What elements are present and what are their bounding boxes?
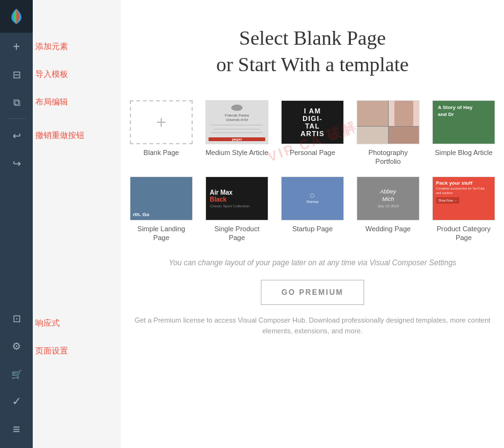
template-thumb-wedding: AbbeyMic​h July 15 2018 <box>357 176 420 221</box>
template-thumb-startup: ⬡Startup <box>281 176 344 221</box>
template-label-category: Product Category Page <box>432 224 495 243</box>
template-personal[interactable]: I AMDIGI-TALARTIS Personal Page <box>281 100 344 166</box>
label-menu-empty <box>33 420 121 448</box>
label-redo-empty <box>33 149 121 177</box>
template-label-medium: Medium Style Article <box>205 148 268 157</box>
template-medium[interactable]: Friends FiestaUniversity of Art pepsi Me… <box>205 100 268 166</box>
app-logo <box>0 0 33 33</box>
store-button[interactable] <box>0 360 33 388</box>
template-label-blog: Simple Blog Article <box>435 148 493 157</box>
template-thumb-personal: I AMDIGI-TALARTIS <box>281 100 344 144</box>
template-thumb-blank: + <box>130 100 193 144</box>
label-undo-redo: 撤销重做按钮 <box>33 122 121 149</box>
template-wedding[interactable]: AbbeyMic​h July 15 2018 Wedding Page <box>357 176 420 243</box>
label-responsive: 响应式 <box>33 309 121 337</box>
redo-button[interactable] <box>0 149 33 177</box>
template-thumb-blog: A Story of Hayand Dr <box>432 100 495 144</box>
label-divider-spacer <box>33 116 121 122</box>
template-landing[interactable]: rth. Go Simple Landing Page <box>130 176 193 243</box>
template-thumb-photography <box>357 100 420 144</box>
add-element-button[interactable] <box>0 33 33 60</box>
label-check-empty <box>33 393 121 420</box>
label-store-empty <box>33 365 121 393</box>
go-premium-button[interactable]: GO PREMIUM <box>261 280 365 305</box>
sidebar <box>0 0 33 448</box>
template-photography[interactable]: Photography Portfolio <box>357 100 420 166</box>
template-label-personal: Personal Page <box>290 148 335 157</box>
template-thumb-landing: rth. Go <box>130 176 193 221</box>
store-icon <box>11 367 22 381</box>
undo-button[interactable] <box>0 122 33 149</box>
label-layout-editor: 布局编辑 <box>33 88 121 116</box>
responsive-icon <box>13 312 21 325</box>
menu-icon <box>13 422 20 437</box>
template-label-landing: Simple Landing Page <box>130 224 193 243</box>
sidebar-labels: 添加元素 导入模板 布局编辑 撤销重做按钮 响应式 页面设置 <box>33 0 121 448</box>
template-category[interactable]: Pack your stuff Complete accessories for… <box>432 176 495 243</box>
responsive-button[interactable] <box>0 304 33 332</box>
main-content: Select Blank Page or Start With a templa… <box>121 0 504 448</box>
template-label-startup: Startup Page <box>292 224 333 233</box>
undo-icon <box>13 129 21 142</box>
divider <box>7 118 26 119</box>
template-label-product: Single Product Page <box>205 224 268 243</box>
template-thumb-product: Air Max Black Classic Sport Collection <box>205 176 268 221</box>
template-product[interactable]: Air Max Black Classic Sport Collection S… <box>205 176 268 243</box>
plus-icon <box>13 40 20 54</box>
template-blog[interactable]: A Story of Hayand Dr Simple Blog Article <box>432 100 495 166</box>
label-add-element: 添加元素 <box>33 33 121 60</box>
import-template-button[interactable] <box>0 60 33 88</box>
layers-icon <box>13 96 20 109</box>
check-icon <box>12 394 21 408</box>
page-settings-button[interactable] <box>0 332 33 360</box>
label-spacer <box>33 177 121 309</box>
template-startup[interactable]: ⬡Startup Startup Page <box>281 176 344 243</box>
save-icon <box>13 68 21 81</box>
template-label-blank: Blank Page <box>144 148 179 157</box>
template-thumb-medium: Friends FiestaUniversity of Art pepsi <box>205 100 268 144</box>
info-text: You can change layout of your page later… <box>169 258 457 267</box>
page-title: Select Blank Page or Start With a templa… <box>216 25 409 78</box>
template-thumb-category: Pack your stuff Complete accessories for… <box>432 176 495 221</box>
check-button[interactable] <box>0 388 33 415</box>
templates-grid: + Blank Page Friends FiestaUniversity of… <box>130 100 495 242</box>
template-label-photography: Photography Portfolio <box>357 148 420 166</box>
redo-icon <box>13 157 21 170</box>
template-label-wedding: Wedding Page <box>365 224 411 233</box>
label-page-settings: 页面设置 <box>33 337 121 365</box>
label-import-template: 导入模板 <box>33 60 121 88</box>
template-blank[interactable]: + Blank Page <box>130 100 193 166</box>
menu-button[interactable] <box>0 415 33 443</box>
premium-description: Get a Premium license to access Visual C… <box>134 315 491 336</box>
settings-icon <box>12 340 21 353</box>
layout-editor-button[interactable] <box>0 88 33 116</box>
